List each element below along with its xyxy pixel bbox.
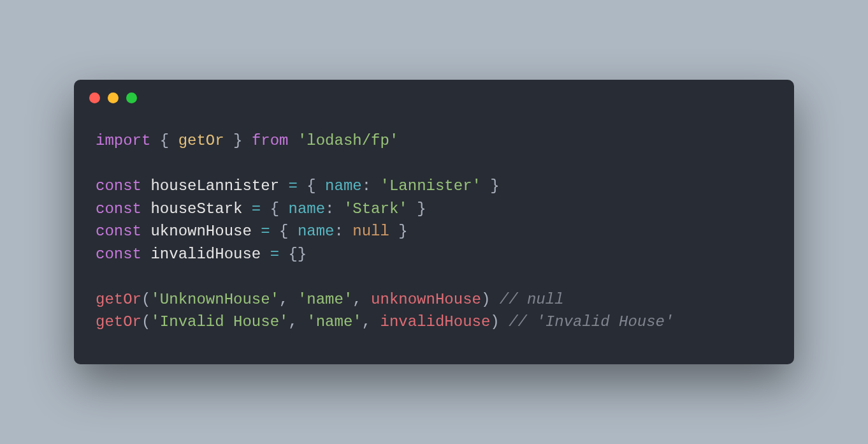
- token-punc: (: [141, 291, 150, 308]
- token-op: =: [252, 200, 261, 218]
- token-punc: [279, 177, 288, 195]
- token-punc: {}: [279, 246, 307, 263]
- token-punc: {: [270, 223, 298, 240]
- token-punc: :: [335, 223, 353, 240]
- code-line: import { getOr } from 'lodash/fp': [96, 130, 772, 152]
- token-punc: [96, 155, 105, 172]
- token-str: 'Stark': [344, 200, 408, 218]
- token-str: 'Invalid House': [150, 313, 288, 330]
- token-punc: [242, 200, 251, 218]
- token-punc: [141, 223, 150, 240]
- token-punc: :: [325, 200, 344, 218]
- code-line: [96, 152, 772, 175]
- token-punc: [141, 246, 150, 263]
- token-str: 'name': [298, 291, 352, 308]
- token-op: =: [288, 177, 297, 195]
- token-str: 'UnknownHouse': [150, 291, 279, 308]
- token-punc: }: [389, 223, 408, 240]
- token-prop: name: [288, 200, 325, 218]
- token-punc: }: [408, 200, 426, 218]
- token-prop: name: [325, 177, 362, 195]
- token-punc: }: [481, 177, 500, 195]
- minimize-icon[interactable]: [108, 93, 119, 103]
- token-punc: {: [298, 177, 325, 195]
- token-prop: name: [298, 223, 335, 240]
- token-punc: ): [490, 313, 509, 330]
- code-line: const uknownHouse = { name: null }: [96, 220, 772, 243]
- token-white: houseLannister: [150, 177, 279, 195]
- token-null: null: [352, 223, 389, 240]
- token-punc: [141, 177, 150, 195]
- token-punc: [288, 132, 297, 149]
- code-line: const houseLannister = { name: 'Lanniste…: [96, 175, 772, 198]
- token-kw: const: [96, 200, 141, 218]
- token-punc: ,: [288, 313, 307, 330]
- zoom-icon[interactable]: [126, 93, 137, 103]
- token-fncall: unknownHouse: [371, 291, 481, 308]
- token-white: invalidHouse: [150, 246, 261, 263]
- token-cmt: // null: [500, 291, 564, 308]
- token-punc: (: [141, 313, 150, 330]
- code-line: [96, 265, 772, 288]
- token-punc: [252, 223, 261, 240]
- code-line: getOr('UnknownHouse', 'name', unknownHou…: [96, 288, 772, 311]
- token-punc: ): [481, 291, 500, 308]
- token-punc: }: [224, 132, 252, 149]
- window-titlebar: [74, 80, 794, 115]
- token-fn: getOr: [178, 132, 224, 149]
- token-op: =: [261, 223, 270, 240]
- code-content: import { getOr } from 'lodash/fp' const …: [74, 115, 794, 364]
- token-punc: [96, 268, 105, 285]
- token-punc: ,: [352, 291, 371, 308]
- token-kw: from: [252, 132, 289, 149]
- token-punc: {: [261, 200, 288, 218]
- token-fncall: getOr: [96, 291, 141, 308]
- token-kw: const: [96, 223, 141, 240]
- token-punc: [261, 246, 270, 263]
- token-op: =: [270, 246, 279, 263]
- code-line: const invalidHouse = {}: [96, 243, 772, 266]
- token-str: 'lodash/fp': [298, 132, 398, 149]
- token-white: uknownHouse: [150, 223, 251, 240]
- token-punc: ,: [279, 291, 298, 308]
- token-punc: :: [362, 177, 380, 195]
- token-punc: ,: [362, 313, 380, 330]
- token-str: 'Lannister': [380, 177, 481, 195]
- token-white: houseStark: [150, 200, 242, 218]
- token-punc: {: [150, 132, 178, 149]
- code-line: getOr('Invalid House', 'name', invalidHo…: [96, 311, 772, 334]
- token-kw: const: [96, 246, 141, 263]
- token-cmt: // 'Invalid House': [509, 313, 674, 330]
- token-fncall: invalidHouse: [380, 313, 491, 330]
- code-window: import { getOr } from 'lodash/fp' const …: [74, 80, 794, 364]
- code-line: const houseStark = { name: 'Stark' }: [96, 198, 772, 221]
- close-icon[interactable]: [89, 93, 100, 103]
- token-punc: [141, 200, 150, 218]
- token-fncall: getOr: [96, 313, 141, 330]
- token-kw: import: [96, 132, 150, 149]
- token-kw: const: [96, 177, 141, 195]
- token-str: 'name': [307, 313, 361, 330]
